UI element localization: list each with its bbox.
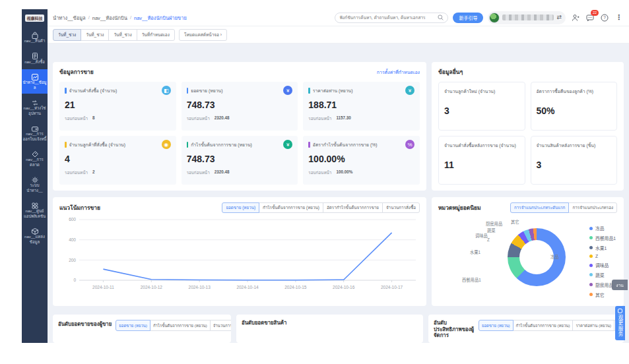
stat-accent-bar (187, 142, 189, 148)
previous-period-value: 8 (92, 115, 95, 122)
screen-cast-mode-button[interactable]: โหมดแคสต์หน้าจอ › (179, 29, 227, 41)
sidebar-item-1[interactable]: nav__สินค้า (22, 28, 48, 47)
messages-button[interactable]: 22 (585, 13, 595, 22)
sidebar-item-8[interactable]: nav__ศูนย์แอปพลิเคชัน (22, 198, 48, 222)
previous-period-value: 100.00% (336, 169, 352, 176)
breadcrumb-item[interactable]: นำทาง__ข้อมูล (53, 14, 86, 22)
rank1-metric-tab-1[interactable]: ยอดขาย (หยวน) (116, 320, 150, 331)
legend-item[interactable]: 其它 (589, 291, 616, 298)
newbie-guide-button[interactable]: 新手引导 (453, 13, 483, 23)
other-card-label: จำนวนสินค้าหลังการขาย (ชิ้น) (537, 142, 612, 149)
stat-card-label: ราคาต่อท่าน (หยวน) (313, 87, 403, 94)
breadcrumb: นำทาง__ข้อมูล/nav__ห้องนักบิน/nav__ห้องน… (53, 14, 187, 22)
trend-metric-tab-3[interactable]: อัตรากำไรขั้นต้นจากการขาย (323, 202, 383, 213)
trend-metric-tab-1[interactable]: ยอดขาย (หยวน) (222, 202, 259, 213)
legend-item[interactable]: 水果1 (589, 245, 616, 251)
other-card-label: อัตราการซื้อคืนของลูกค้า (%) (537, 88, 612, 95)
sales-trend-line-chart: 02004006002024-10-112024-10-122024-10-13… (59, 214, 420, 301)
stat-card-previous: รอบก่อนหน้า2320.48 (187, 115, 293, 122)
sidebar-item-9[interactable]: nav__แหล่งข้อมูล (22, 224, 48, 248)
user-stat-icon: ◉ (162, 140, 171, 149)
trend-metric-tab-2[interactable]: กำไรขั้นต้นจากการขาย (หยวน) (259, 202, 323, 213)
app-logo[interactable]: 视康科技 (22, 9, 48, 26)
rank1-metric-tab-2[interactable]: กำไรขั้นต้นจากการขาย (หยวน) (150, 320, 211, 331)
date-range-tab-4[interactable]: วันที่กำหนดเอง (137, 29, 175, 41)
order-icon (22, 51, 47, 60)
legend-dot (589, 293, 593, 296)
category-level-tab-2[interactable]: การจำแนกประเภทรอง (568, 202, 617, 213)
other-stat-card-2[interactable]: อัตราการซื้อคืนของลูกค้า (%)50% (531, 82, 618, 131)
sales-stat-card-3[interactable]: ราคาต่อท่าน (หยวน)¥188.71รอบก่อนหน้า1157… (303, 82, 420, 131)
stat-card-previous: รอบก่อนหน้า8 (65, 115, 171, 122)
legend-label: Z (595, 254, 598, 258)
help-button[interactable]: ? (599, 13, 609, 22)
yen-stat-icon: ¥ (283, 140, 292, 149)
other-stat-card-3[interactable]: จำนวนคำสั่งซื้อหลังการขาย (จำนวน)11 (438, 136, 525, 185)
stat-card-value: 4 (65, 154, 171, 164)
legend-item[interactable]: 西餐用品1 (589, 235, 616, 241)
donut-slice-label: 蔬菜 (487, 228, 496, 233)
legend-item[interactable]: 冻品 (589, 225, 616, 231)
sales-stat-card-1[interactable]: จำนวนคำสั่งซื้อ (จำนวน)◧21รอบก่อนหน้า8 (59, 82, 176, 131)
date-range-tab-3[interactable]: วันที่_ช่วง (108, 29, 137, 41)
sidebar-item-7[interactable]: ระบบนำทาง__ (22, 172, 48, 197)
svg-text:2024-10-11: 2024-10-11 (92, 285, 114, 289)
stat-card-value: 188.71 (308, 100, 414, 110)
legend-item[interactable]: Z (589, 254, 616, 258)
gear-icon (22, 175, 47, 183)
global-search[interactable] (335, 13, 448, 23)
invite-user-button[interactable] (570, 13, 580, 22)
rank3-metric-tab-1[interactable]: ยอดขาย (หยวน) (479, 320, 513, 331)
sales-stat-card-6[interactable]: อัตรากำไรขั้นต้นจากการขาย (%)%100.00%รอบ… (303, 136, 420, 185)
service-icon (618, 309, 622, 313)
previous-period-label: รอบก่อนหน้า (65, 115, 88, 122)
svg-text:2024-10-13: 2024-10-13 (189, 285, 211, 289)
user-add-icon (572, 14, 579, 22)
sales-stat-card-2[interactable]: ยอดขาย (หยวน)¥748.73รอบก่อนหน้า2320.48 (182, 82, 298, 131)
sales-stat-card-4[interactable]: จำนวนลูกค้าที่สั่งซื้อ (จำนวน)◉4รอบก่อนห… (59, 136, 176, 185)
sidebar-item-5[interactable]: nav__การออกใบแจ้งหนี้ (22, 121, 48, 145)
legend-label: 冻品 (595, 225, 605, 231)
stat-card-value: 21 (65, 100, 171, 110)
sales-stat-card-5[interactable]: กำไรขั้นต้นจากการขาย (หยวน)¥748.73รอบก่อ… (182, 136, 298, 185)
date-range-tab-1[interactable]: วันที่_ช่วง (53, 29, 81, 41)
more-menu-button[interactable]: ⋮ (614, 13, 624, 22)
other-stat-card-4[interactable]: จำนวนสินค้าหลังการขาย (ชิ้น)3 (531, 136, 618, 185)
categories-panel-title: หมวดหมู่ยอดนิยม (438, 203, 481, 212)
service-edge-ribbon[interactable]: 观更服务 (615, 306, 625, 340)
breadcrumb-item[interactable]: nav__ห้องนักบินฝ่ายขาย (134, 14, 187, 22)
rank3-metric-tab-2[interactable]: กำไรขั้นต้นจากการขาย (หยวน) (513, 320, 574, 331)
app-window: 视康科技 nav__สินค้าnav__สั่งซื้อนำทาง__ข้อม… (22, 9, 629, 343)
sidebar-item-4[interactable]: nav__ห่วงโซ่อุปทาน (22, 95, 48, 119)
legend-label: 调味品 (595, 262, 609, 268)
custom-settings-link[interactable]: การตั้งค่าที่กำหนดเอง (377, 69, 420, 76)
donut-hole (519, 240, 554, 274)
yen-stat-icon: ¥ (283, 86, 292, 95)
date-range-tab-2[interactable]: วันที่_ช่วง (81, 29, 109, 41)
previous-period-label: รอบก่อนหน้า (187, 115, 210, 122)
bag-icon (22, 30, 47, 39)
tag-icon (22, 149, 47, 158)
breadcrumb-item[interactable]: nav__ห้องนักบิน (92, 14, 127, 22)
task-edge-tab[interactable]: งาน (612, 280, 628, 290)
sidebar-item-2[interactable]: nav__สั่งซื้อ (22, 49, 48, 69)
other-stat-card-1[interactable]: จำนวนลูกค้าใหม่ (จำนวน)3 (438, 82, 525, 131)
sales-trend-panel: แนวโน้มการขาย ยอดขาย (หยวน)กำไรขั้นต้นจา… (53, 197, 426, 306)
trend-metric-tab-4[interactable]: จำนวนการสั่งซื้อ (382, 202, 420, 213)
search-input[interactable] (339, 15, 438, 20)
legend-dot (589, 227, 593, 230)
apps-icon (22, 200, 47, 209)
rank1-metric-tab-3[interactable]: จำนวนการสั่งซื้อ (210, 320, 231, 331)
rank3-metric-tab-3[interactable]: ราคาต่อท่าน (หยวน) (572, 320, 614, 331)
sidebar-item-3[interactable]: นำทาง__ข้อมูล (22, 69, 48, 94)
svg-text:600: 600 (69, 217, 76, 222)
sidebar-item-label: นำทาง__ข้อมูล (22, 80, 47, 90)
sidebar-item-label: nav__การตลาด (22, 158, 47, 167)
help-icon: ? (601, 14, 609, 22)
legend-item[interactable]: 蔬菜 (589, 272, 616, 278)
user-menu[interactable]: ⇄ (488, 11, 566, 24)
sidebar-item-6[interactable]: nav__การตลาด (22, 146, 48, 171)
category-level-tab-1[interactable]: การจำแนกประเภทระดับแรก (510, 202, 569, 213)
legend-label: 蔬菜 (595, 272, 605, 278)
legend-item[interactable]: 调味品 (589, 262, 616, 268)
